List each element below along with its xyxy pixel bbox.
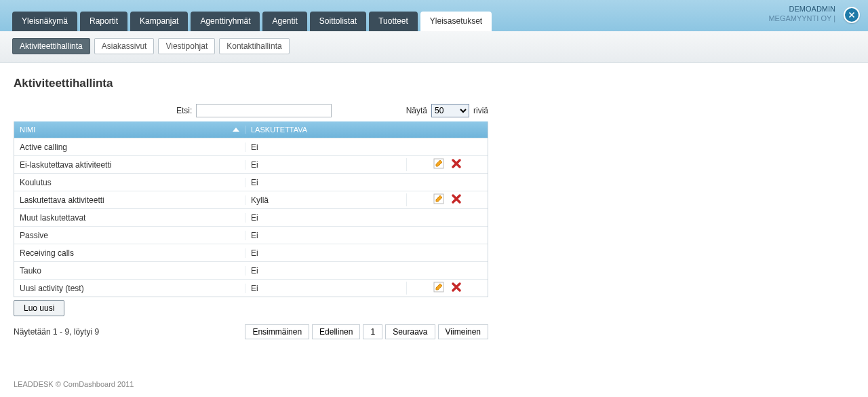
edit-icon (433, 158, 444, 169)
table-body: Active callingEiEi-laskutettava aktivite… (14, 138, 488, 297)
delete-button[interactable] (451, 158, 462, 171)
table-row: Receiving callsEi (14, 244, 488, 261)
cell-name: Laskutettava aktiviteetti (14, 195, 245, 205)
cell-billable: Ei (245, 248, 406, 258)
create-button[interactable]: Luo uusi (14, 300, 64, 316)
main-tab-3[interactable]: Agenttiryhmät (191, 12, 260, 31)
cell-name: Active calling (14, 143, 245, 152)
pager-first[interactable]: Ensimmäinen (245, 324, 309, 339)
main-tab-7[interactable]: Yleisasetukset (420, 12, 492, 31)
table-row: PassiveEi (14, 226, 488, 244)
cell-name: Receiving calls (14, 248, 245, 258)
cell-actions (406, 282, 488, 295)
cell-name: Muut laskutettavat (14, 213, 245, 223)
cell-billable: Ei (245, 231, 406, 240)
cell-billable: Kyllä (245, 195, 406, 205)
cell-billable: Ei (245, 178, 406, 187)
table-row: Muut laskutettavatEi (14, 208, 488, 226)
sub-tab-0[interactable]: Aktiviteettihallinta (12, 38, 90, 54)
table-row: TaukoEi (14, 261, 488, 279)
rows-label-pre: Näytä (406, 106, 427, 115)
pager-prev[interactable]: Edellinen (312, 324, 360, 339)
content: Aktiviteettihallinta Etsi: Näytä 50 rivi… (0, 63, 868, 353)
rows-label-post: riviä (473, 106, 488, 115)
cell-name: Passive (14, 231, 245, 240)
table-header: NIMI LASKUTETTAVA (14, 121, 488, 138)
cell-billable: Ei (245, 160, 406, 170)
logout-button[interactable] (844, 7, 860, 23)
delete-icon (451, 282, 462, 292)
cell-billable: Ei (245, 143, 406, 152)
user-org: MEGAMYYNTI OY | (768, 14, 835, 23)
top-bar: DEMOADMIN MEGAMYYNTI OY | YleisnäkymäRap… (0, 0, 868, 31)
rows-select[interactable]: 50 (431, 104, 469, 117)
table-controls: Etsi: Näytä 50 riviä (14, 104, 488, 117)
pager-page[interactable]: 1 (363, 324, 382, 339)
delete-button[interactable] (451, 193, 462, 206)
cell-billable: Ei (245, 284, 406, 293)
sub-tab-3[interactable]: Kontaktihallinta (219, 38, 289, 54)
cell-name: Koulutus (14, 178, 245, 187)
sort-asc-icon (233, 128, 239, 132)
main-tab-4[interactable]: Agentit (262, 12, 307, 31)
main-tab-1[interactable]: Raportit (80, 12, 127, 31)
rows-per-page-wrap: Näytä 50 riviä (406, 104, 488, 117)
page-title: Aktiviteettihallinta (14, 77, 854, 90)
edit-button[interactable] (433, 193, 444, 206)
edit-icon (433, 193, 444, 204)
search-label: Etsi: (176, 106, 192, 115)
main-tab-6[interactable]: Tuotteet (369, 12, 418, 31)
cell-billable: Ei (245, 213, 406, 223)
table-row: Active callingEi (14, 138, 488, 155)
main-tab-2[interactable]: Kampanjat (130, 12, 188, 31)
pager-last[interactable]: Viimeinen (438, 324, 488, 339)
sub-bar: AktiviteettihallintaAsiakassivutViestipo… (0, 31, 868, 63)
delete-icon (451, 158, 462, 169)
delete-icon (451, 193, 462, 204)
table-row: Ei-laskutettava aktiviteettiEi (14, 155, 488, 173)
sub-tab-1[interactable]: Asiakassivut (94, 38, 155, 54)
column-name-label: NIMI (20, 126, 35, 134)
table-row: Laskutettava aktiviteettiKyllä (14, 191, 488, 208)
main-tabs: YleisnäkymäRaportitKampanjatAgenttiryhmä… (12, 12, 492, 31)
sub-tab-2[interactable]: Viestipohjat (158, 38, 215, 54)
close-icon (847, 10, 856, 20)
column-name[interactable]: NIMI (14, 126, 245, 134)
edit-button[interactable] (433, 158, 444, 171)
search-wrap: Etsi: (176, 104, 332, 117)
column-billable-label: LASKUTETTAVA (251, 126, 307, 134)
user-name: DEMOADMIN (768, 4, 835, 14)
activity-table: NIMI LASKUTETTAVA Active callingEiEi-las… (14, 121, 488, 297)
search-input[interactable] (196, 104, 332, 117)
cell-billable: Ei (245, 266, 406, 276)
delete-button[interactable] (451, 282, 462, 295)
cell-name: Tauko (14, 266, 245, 276)
column-billable[interactable]: LASKUTETTAVA (245, 126, 406, 134)
user-info: DEMOADMIN MEGAMYYNTI OY | (768, 4, 835, 23)
table-row: Uusi activity (test)Ei (14, 279, 488, 297)
cell-name: Uusi activity (test) (14, 284, 245, 293)
pager: Ensimmäinen Edellinen 1 Seuraava Viimein… (245, 324, 488, 339)
table-row: KoulutusEi (14, 173, 488, 191)
result-info: Näytetään 1 - 9, löytyi 9 (14, 327, 99, 337)
pager-next[interactable]: Seuraava (385, 324, 435, 339)
pager-row: Näytetään 1 - 9, löytyi 9 Ensimmäinen Ed… (14, 324, 488, 339)
main-tab-0[interactable]: Yleisnäkymä (12, 12, 77, 31)
edit-button[interactable] (433, 282, 444, 295)
cell-actions (406, 193, 488, 206)
cell-name: Ei-laskutettava aktiviteetti (14, 160, 245, 170)
cell-actions (406, 158, 488, 171)
main-tab-5[interactable]: Soittolistat (310, 12, 366, 31)
sub-tabs: AktiviteettihallintaAsiakassivutViestipo… (12, 38, 856, 54)
edit-icon (433, 282, 444, 292)
footer: LEADDESK © ComDashboard 2011 (0, 380, 868, 397)
